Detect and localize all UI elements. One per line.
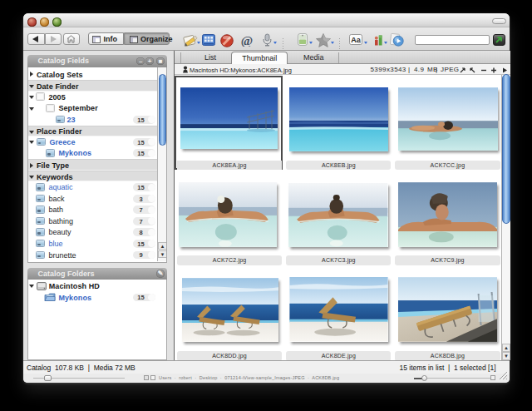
svg-text:@: @ bbox=[240, 34, 252, 47]
